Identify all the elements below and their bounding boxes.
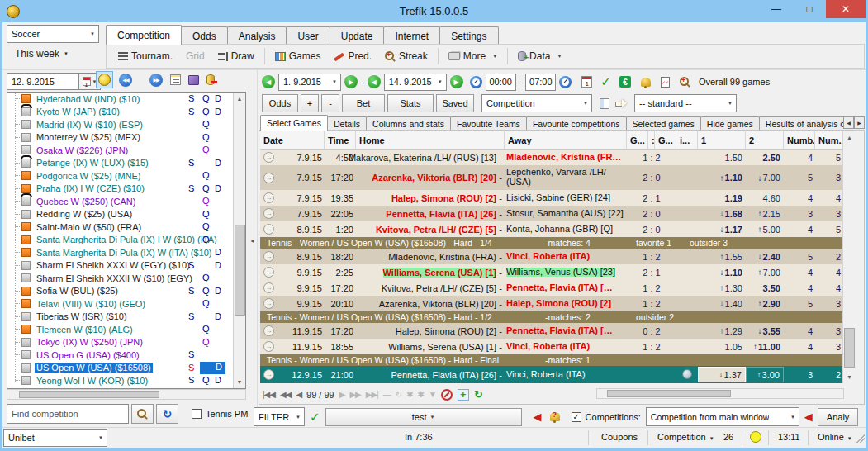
date-from-select[interactable]: 1. 9.2015 (278, 74, 341, 91)
tennis-pm-checkbox[interactable]: Tennis PM (192, 409, 248, 419)
next-page-button[interactable]: ▶▶ (349, 390, 360, 399)
row-detail-cell[interactable]: → (260, 208, 282, 219)
tab-columns-and-stats[interactable]: Columns and stats (366, 116, 451, 131)
minimize-button[interactable]: — (760, 0, 793, 18)
odds-button[interactable]: Odds (262, 94, 298, 112)
competition-mode-select[interactable]: Competition (481, 94, 592, 112)
time-from-icon[interactable] (470, 76, 482, 88)
bell-icon[interactable] (641, 78, 651, 87)
search-button[interactable] (131, 404, 154, 424)
tree-item[interactable]: Quebec W ($250) (CAN)Q (7, 195, 245, 208)
tab-analysis[interactable]: Analysis (227, 26, 287, 45)
tree-item[interactable]: Sharm El Sheikh XXXII W ($10) (EGY)Q (7, 272, 245, 285)
column-header-1[interactable]: 1 (698, 131, 746, 150)
column-header-home[interactable]: Home (356, 131, 505, 150)
period-select[interactable]: This week (15, 48, 69, 59)
prev-record-button[interactable]: ◀ (296, 390, 301, 399)
tab-settings[interactable]: Settings (439, 26, 498, 45)
row-detail-cell[interactable]: → (260, 298, 282, 309)
next-date-to-button[interactable]: ▶ (450, 75, 463, 88)
column-header-2[interactable]: 2 (746, 131, 784, 150)
row-detail-cell[interactable]: → (260, 173, 282, 183)
saved-button[interactable]: Saved (436, 94, 474, 112)
table-row[interactable]: →12.9.1521:00Pennetta, Flavia (ITA) [26]… (260, 366, 844, 383)
analysis-button[interactable]: Analy (818, 408, 859, 426)
tab-favoutite-teams[interactable]: Favoutite Teams (450, 116, 527, 131)
time-to-input[interactable]: 07:00 (525, 74, 556, 91)
ribbon-tournam-button[interactable]: Tournam. (111, 48, 179, 64)
rewind-button[interactable]: ◀◀ (117, 72, 134, 88)
tree-item[interactable]: Telavi (VIII) W ($10) (GEO)Q (7, 297, 245, 311)
tab-user[interactable]: User (286, 26, 330, 45)
ribbon-pred-button[interactable]: Pred. (327, 48, 378, 64)
status-online-dropdown[interactable]: Online (818, 432, 852, 442)
checklist-icon[interactable] (661, 77, 670, 88)
tree-item[interactable]: Monterrey W ($25) (MEX)Q (7, 131, 245, 145)
sport-select[interactable]: Soccer (7, 25, 99, 43)
tree-item[interactable]: Tlemcen W ($10) (ALG)Q (7, 323, 245, 336)
row-detail-cell[interactable]: → (260, 267, 282, 278)
tab-favourite-competitions[interactable]: Favourite competitions (526, 116, 627, 131)
refresh-button[interactable]: ↻ (156, 404, 178, 424)
tree-item[interactable]: Praha (IX) I W (CZE) ($10)SQD (7, 183, 245, 196)
ribbon-games-button[interactable]: Games (268, 48, 328, 64)
row-detail-cell[interactable]: → (260, 251, 282, 262)
competitions-checkbox-box[interactable]: ✓ (572, 412, 581, 422)
standard-select[interactable]: -- standard -- (634, 94, 737, 112)
bet-button[interactable]: Bet (342, 94, 385, 112)
reload-button[interactable]: ↻ (474, 388, 483, 401)
competitions-checkbox[interactable]: ✓ Competitions: (572, 412, 641, 422)
stats-button[interactable]: Stats (387, 94, 434, 112)
add-game-button[interactable]: + (458, 389, 469, 401)
bookmaker-select[interactable]: Unibet (3, 429, 107, 447)
ribbon-data-button[interactable]: +Data (511, 48, 568, 64)
forward-button[interactable]: ▶▶ (148, 72, 164, 88)
first-record-button[interactable]: |◀◀ (263, 390, 275, 399)
filter-records-button[interactable]: ▼ (429, 390, 436, 399)
status-competition-dropdown[interactable]: Competition (657, 432, 714, 442)
tab-selected-games[interactable]: Selected games (626, 116, 701, 131)
table-horizontal-scrollbar[interactable] (596, 388, 844, 399)
tree-item[interactable]: Podgorica W ($25) (MNE)Q (7, 169, 245, 183)
filter-apply-icon[interactable]: ✓ (310, 410, 320, 425)
refresh-record-button[interactable]: ↻ (396, 390, 401, 399)
row-detail-cell[interactable]: → (260, 282, 282, 293)
tree-item[interactable]: Hyderabad W (IND) ($10)SQD (7, 93, 245, 106)
row-detail-cell[interactable]: → (260, 325, 282, 336)
confirm-check-icon[interactable]: ✓ (600, 74, 611, 89)
coin-button[interactable] (96, 71, 113, 88)
notes-button[interactable] (168, 73, 183, 87)
search-plus-icon[interactable]: + (680, 77, 690, 88)
row-detail-cell[interactable]: → (260, 369, 282, 380)
time-from-input[interactable]: 00:00 (486, 74, 516, 91)
tab-update[interactable]: Update (330, 26, 385, 45)
column-header-time[interactable]: Time (325, 131, 356, 150)
table-row[interactable]: →7.9.1517:20Azarenka, Viktoria (BLR) [20… (260, 165, 844, 190)
time-to-icon[interactable] (559, 76, 572, 88)
apply-left-arrow2-icon[interactable]: ◀ (804, 411, 813, 423)
test-dropdown[interactable]: test (325, 408, 522, 426)
column-header-date[interactable]: Date (260, 131, 325, 150)
tab-scroll-right[interactable]: ▶ (854, 116, 865, 129)
table-row[interactable]: →9.9.152:25Williams, Serena (USA) [1]-Wi… (260, 264, 844, 280)
table-row[interactable]: →7.9.1522:05Pennetta, Flavia (ITA) [26]-… (260, 206, 844, 221)
tab-competition[interactable]: Competition (106, 25, 182, 45)
table-row[interactable]: →9.9.1520:10Azarenka, Viktoria (BLR) [20… (260, 296, 844, 311)
next-record-button[interactable]: ▶ (339, 390, 345, 399)
book-button[interactable] (187, 74, 201, 87)
table-row[interactable]: →7.9.1519:35Halep, Simona (ROU) [2]-Lisi… (260, 190, 844, 206)
tree-item[interactable]: US Open G (USA) ($400)S (7, 349, 245, 362)
next-date-from-button[interactable]: ▶ (344, 75, 358, 88)
competition-source-select[interactable]: Competition from main window (646, 407, 799, 426)
tree-item[interactable]: Sofia W (BUL) ($25)SQD (7, 285, 245, 298)
table-row[interactable]: →11.9.1517:20Halep, Simona (ROU) [2]-Pen… (260, 323, 844, 339)
table-vertical-scrollbar[interactable]: ▲ ▼ (842, 131, 856, 383)
row-detail-cell[interactable]: → (260, 341, 282, 352)
tennis-pm-checkbox-box[interactable] (192, 409, 202, 419)
-button[interactable]: + (301, 94, 319, 112)
database-minus-button[interactable] (205, 73, 216, 87)
tree-item[interactable]: Petange (IX) W (LUX) ($15)SD (7, 157, 245, 170)
tree-item[interactable]: Tokyo (IX) W ($250) (JPN)Q (7, 336, 245, 349)
tree-horizontal-scrollbar[interactable] (7, 389, 246, 400)
column-header-numb[interactable]: Numb... (784, 131, 815, 150)
